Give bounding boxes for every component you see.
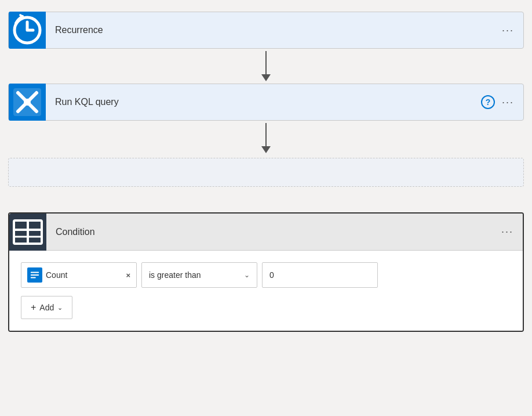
chip-close-button[interactable]: × [126,271,130,280]
add-button[interactable]: + Add ⌄ [21,296,72,319]
recurrence-svg [9,12,46,49]
condition-ellipsis[interactable]: ··· [501,226,513,238]
condition-header: Condition ··· [9,214,523,251]
arrow-connector-2 [261,121,271,155]
operator-dropdown[interactable]: is greater than ⌄ [141,262,257,288]
kql-block: Run KQL query ? ··· [8,84,524,121]
recurrence-actions: ··· [502,24,523,37]
condition-body: Count × is greater than ⌄ 0 + Add ⌄ [9,251,523,331]
placeholder-block [8,158,524,187]
recurrence-icon [9,12,46,49]
arrow-line-2 [265,123,267,146]
condition-block: Condition ··· Count × [8,212,524,332]
value-input[interactable]: 0 [262,262,378,288]
kql-actions: ? ··· [481,95,523,109]
chip-svg [30,270,40,280]
kql-label: Run KQL query [46,97,481,107]
condition-actions: ··· [501,226,523,238]
arrow-head-2 [261,146,271,153]
condition-header-label: Condition [46,227,501,237]
arrow-line-1 [265,51,267,74]
kql-svg [9,84,46,121]
chevron-down-icon: ⌄ [244,271,250,279]
spacer [8,189,524,201]
chip-icon [27,267,42,283]
add-label: Add [39,303,54,312]
kql-help-button[interactable]: ? [481,95,495,109]
recurrence-label: Recurrence [46,25,502,35]
kql-ellipsis[interactable]: ··· [502,96,514,108]
recurrence-ellipsis[interactable]: ··· [502,24,514,37]
condition-chip[interactable]: Count × [21,262,137,288]
condition-icon [9,214,46,251]
chip-text: Count [46,270,122,280]
kql-icon [9,84,46,121]
condition-row: Count × is greater than ⌄ 0 [21,262,511,288]
plus-icon: + [31,302,36,313]
condition-svg [9,214,46,251]
operator-label: is greater than [149,270,239,280]
recurrence-block: Recurrence ··· [8,12,524,49]
add-chevron-icon: ⌄ [57,304,63,312]
value-text: 0 [269,270,274,280]
arrow-head-1 [261,74,271,81]
svg-point-4 [24,99,31,106]
arrow-connector-1 [261,49,271,84]
